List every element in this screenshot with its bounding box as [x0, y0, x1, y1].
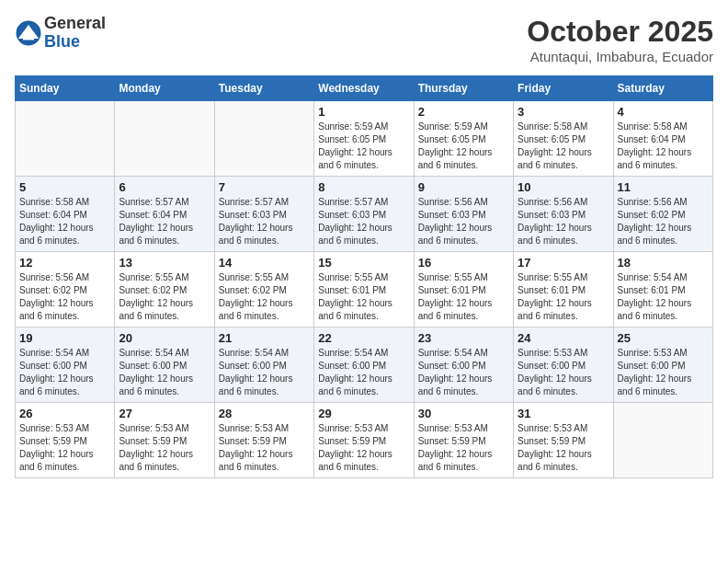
- logo-text: General Blue: [44, 15, 106, 52]
- day-number: 9: [418, 180, 509, 194]
- calendar-header: SundayMondayTuesdayWednesdayThursdayFrid…: [16, 76, 713, 101]
- calendar-cell: 29Sunrise: 5:53 AM Sunset: 5:59 PM Dayli…: [314, 403, 414, 478]
- day-info: Sunrise: 5:53 AM Sunset: 5:59 PM Dayligh…: [518, 422, 609, 474]
- svg-rect-2: [23, 37, 34, 40]
- calendar-cell: 19Sunrise: 5:54 AM Sunset: 6:00 PM Dayli…: [16, 327, 115, 403]
- day-number: 21: [219, 331, 310, 345]
- weekday-row: SundayMondayTuesdayWednesdayThursdayFrid…: [16, 76, 713, 101]
- day-info: Sunrise: 5:56 AM Sunset: 6:02 PM Dayligh…: [618, 196, 709, 247]
- day-number: 23: [418, 331, 509, 345]
- day-info: Sunrise: 5:55 AM Sunset: 6:02 PM Dayligh…: [219, 271, 310, 323]
- day-info: Sunrise: 5:59 AM Sunset: 6:05 PM Dayligh…: [418, 121, 509, 172]
- calendar-body: 1Sunrise: 5:59 AM Sunset: 6:05 PM Daylig…: [16, 101, 713, 478]
- logo-icon: [15, 19, 42, 47]
- calendar-cell: 27Sunrise: 5:53 AM Sunset: 5:59 PM Dayli…: [115, 403, 214, 478]
- calendar-cell: 8Sunrise: 5:57 AM Sunset: 6:03 PM Daylig…: [314, 177, 414, 252]
- day-number: 24: [518, 331, 609, 345]
- day-info: Sunrise: 5:55 AM Sunset: 6:01 PM Dayligh…: [418, 271, 509, 323]
- day-number: 4: [618, 105, 709, 119]
- calendar-cell: 23Sunrise: 5:54 AM Sunset: 6:00 PM Dayli…: [414, 327, 513, 403]
- day-info: Sunrise: 5:55 AM Sunset: 6:01 PM Dayligh…: [518, 271, 609, 323]
- calendar-cell: 28Sunrise: 5:53 AM Sunset: 5:59 PM Dayli…: [214, 403, 313, 478]
- calendar-cell: 14Sunrise: 5:55 AM Sunset: 6:02 PM Dayli…: [214, 252, 313, 327]
- day-number: 1: [318, 105, 409, 119]
- day-number: 19: [19, 331, 110, 345]
- day-number: 12: [19, 256, 110, 270]
- calendar-week-1: 1Sunrise: 5:59 AM Sunset: 6:05 PM Daylig…: [16, 101, 713, 177]
- logo-blue: Blue: [44, 33, 106, 52]
- calendar-cell: 4Sunrise: 5:58 AM Sunset: 6:04 PM Daylig…: [613, 101, 712, 177]
- day-number: 26: [19, 407, 110, 420]
- calendar-cell: 26Sunrise: 5:53 AM Sunset: 5:59 PM Dayli…: [16, 403, 115, 478]
- logo: General Blue: [15, 15, 106, 52]
- day-info: Sunrise: 5:57 AM Sunset: 6:03 PM Dayligh…: [318, 196, 409, 247]
- calendar-cell: 17Sunrise: 5:55 AM Sunset: 6:01 PM Dayli…: [514, 252, 613, 327]
- day-info: Sunrise: 5:53 AM Sunset: 6:00 PM Dayligh…: [518, 347, 609, 398]
- day-number: 16: [418, 256, 509, 270]
- page-header: General Blue October 2025 Atuntaqui, Imb…: [15, 15, 713, 64]
- day-number: 5: [19, 180, 110, 194]
- calendar-cell: 2Sunrise: 5:59 AM Sunset: 6:05 PM Daylig…: [414, 101, 513, 177]
- day-number: 13: [119, 256, 210, 270]
- calendar-week-2: 5Sunrise: 5:58 AM Sunset: 6:04 PM Daylig…: [16, 177, 713, 252]
- calendar-cell: 16Sunrise: 5:55 AM Sunset: 6:01 PM Dayli…: [414, 252, 513, 327]
- calendar-cell: [115, 101, 214, 177]
- calendar-table: SundayMondayTuesdayWednesdayThursdayFrid…: [15, 75, 713, 478]
- day-info: Sunrise: 5:58 AM Sunset: 6:04 PM Dayligh…: [618, 121, 709, 172]
- day-number: 2: [418, 105, 509, 119]
- day-number: 20: [119, 331, 210, 345]
- month-title: October 2025: [527, 15, 713, 49]
- day-number: 28: [219, 407, 310, 420]
- day-info: Sunrise: 5:54 AM Sunset: 6:00 PM Dayligh…: [219, 347, 310, 398]
- day-number: 3: [518, 105, 609, 119]
- day-info: Sunrise: 5:54 AM Sunset: 6:00 PM Dayligh…: [19, 347, 110, 398]
- day-info: Sunrise: 5:54 AM Sunset: 6:00 PM Dayligh…: [318, 347, 409, 398]
- day-number: 29: [318, 407, 409, 420]
- day-info: Sunrise: 5:57 AM Sunset: 6:04 PM Dayligh…: [119, 196, 210, 247]
- calendar-cell: 6Sunrise: 5:57 AM Sunset: 6:04 PM Daylig…: [115, 177, 214, 252]
- day-number: 7: [219, 180, 310, 194]
- calendar-cell: 31Sunrise: 5:53 AM Sunset: 5:59 PM Dayli…: [514, 403, 613, 478]
- day-info: Sunrise: 5:53 AM Sunset: 5:59 PM Dayligh…: [418, 422, 509, 474]
- day-info: Sunrise: 5:54 AM Sunset: 6:00 PM Dayligh…: [418, 347, 509, 398]
- weekday-header-friday: Friday: [514, 76, 613, 101]
- location: Atuntaqui, Imbabura, Ecuador: [527, 49, 713, 64]
- day-info: Sunrise: 5:55 AM Sunset: 6:02 PM Dayligh…: [119, 271, 210, 323]
- calendar-cell: 11Sunrise: 5:56 AM Sunset: 6:02 PM Dayli…: [613, 177, 712, 252]
- day-number: 17: [518, 256, 609, 270]
- weekday-header-saturday: Saturday: [613, 76, 712, 101]
- calendar-cell: [613, 403, 712, 478]
- weekday-header-wednesday: Wednesday: [314, 76, 414, 101]
- calendar-cell: 1Sunrise: 5:59 AM Sunset: 6:05 PM Daylig…: [314, 101, 414, 177]
- day-info: Sunrise: 5:56 AM Sunset: 6:02 PM Dayligh…: [19, 271, 110, 323]
- day-info: Sunrise: 5:54 AM Sunset: 6:00 PM Dayligh…: [119, 347, 210, 398]
- calendar-cell: 10Sunrise: 5:56 AM Sunset: 6:03 PM Dayli…: [514, 177, 613, 252]
- calendar-cell: 13Sunrise: 5:55 AM Sunset: 6:02 PM Dayli…: [115, 252, 214, 327]
- day-number: 27: [119, 407, 210, 420]
- day-info: Sunrise: 5:53 AM Sunset: 5:59 PM Dayligh…: [119, 422, 210, 474]
- day-number: 6: [119, 180, 210, 194]
- day-number: 25: [618, 331, 709, 345]
- weekday-header-tuesday: Tuesday: [214, 76, 313, 101]
- calendar-cell: 21Sunrise: 5:54 AM Sunset: 6:00 PM Dayli…: [214, 327, 313, 403]
- day-number: 10: [518, 180, 609, 194]
- day-info: Sunrise: 5:58 AM Sunset: 6:05 PM Dayligh…: [518, 121, 609, 172]
- day-number: 18: [618, 256, 709, 270]
- calendar-cell: [214, 101, 313, 177]
- weekday-header-monday: Monday: [115, 76, 214, 101]
- calendar-cell: 5Sunrise: 5:58 AM Sunset: 6:04 PM Daylig…: [16, 177, 115, 252]
- day-number: 14: [219, 256, 310, 270]
- day-info: Sunrise: 5:56 AM Sunset: 6:03 PM Dayligh…: [418, 196, 509, 247]
- calendar-cell: 20Sunrise: 5:54 AM Sunset: 6:00 PM Dayli…: [115, 327, 214, 403]
- calendar-cell: 12Sunrise: 5:56 AM Sunset: 6:02 PM Dayli…: [16, 252, 115, 327]
- calendar-cell: 3Sunrise: 5:58 AM Sunset: 6:05 PM Daylig…: [514, 101, 613, 177]
- calendar-cell: 9Sunrise: 5:56 AM Sunset: 6:03 PM Daylig…: [414, 177, 513, 252]
- day-number: 31: [518, 407, 609, 420]
- day-info: Sunrise: 5:54 AM Sunset: 6:01 PM Dayligh…: [618, 271, 709, 323]
- day-info: Sunrise: 5:53 AM Sunset: 6:00 PM Dayligh…: [618, 347, 709, 398]
- calendar-cell: 22Sunrise: 5:54 AM Sunset: 6:00 PM Dayli…: [314, 327, 414, 403]
- day-number: 30: [418, 407, 509, 420]
- day-info: Sunrise: 5:53 AM Sunset: 5:59 PM Dayligh…: [318, 422, 409, 474]
- day-info: Sunrise: 5:59 AM Sunset: 6:05 PM Dayligh…: [318, 121, 409, 172]
- day-number: 15: [318, 256, 409, 270]
